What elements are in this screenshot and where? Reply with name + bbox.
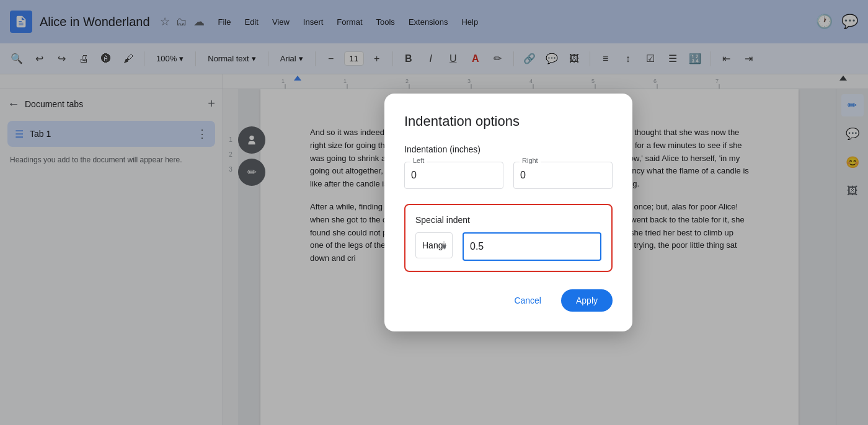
apply-button[interactable]: Apply [561,289,613,312]
special-indent-row: None First line Hanging ▾ [415,232,601,261]
special-indent-section: Special indent None First line Hanging ▾ [404,204,613,272]
left-indent-group: Left [404,162,503,189]
right-indent-group: Right [513,162,613,189]
special-indent-value-input[interactable] [463,232,601,261]
special-type-select[interactable]: None First line Hanging [415,232,453,258]
dialog-actions: Cancel Apply [404,289,613,312]
special-indent-label: Special indent [415,215,601,225]
indentation-section-label: Indentation (inches) [404,144,613,154]
left-indent-label: Left [410,157,427,164]
right-indent-input[interactable] [513,162,613,189]
indentation-dialog: Indentation options Indentation (inches)… [384,94,632,331]
special-type-wrap: None First line Hanging ▾ [415,232,453,261]
cancel-button[interactable]: Cancel [504,291,551,310]
dialog-title: Indentation options [404,113,613,129]
left-indent-input[interactable] [404,162,503,189]
right-indent-label: Right [520,157,541,164]
indentation-row: Left Right [404,162,613,189]
